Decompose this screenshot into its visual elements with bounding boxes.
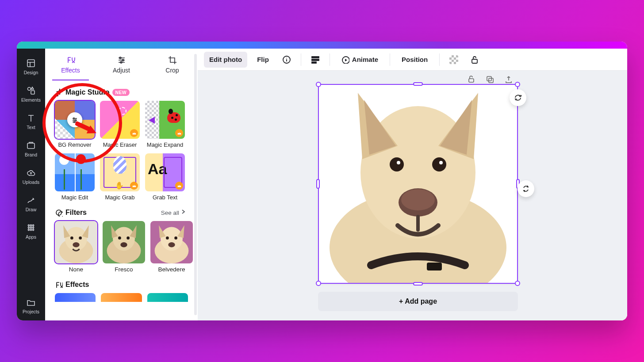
panel-scrollbar[interactable] [194,54,197,315]
position-button[interactable]: Position [396,52,433,68]
effect-preview[interactable] [101,293,142,302]
rail-text[interactable]: Text [17,109,45,136]
rail-brand[interactable]: Brand [17,136,45,164]
svg-point-12 [32,229,34,230]
filters-icon [55,209,63,217]
tab-effects[interactable]: Effects [45,49,96,80]
resize-handle[interactable] [515,82,520,87]
magic-tools-grid: BG Remover Magic Eraser [55,101,188,201]
panel-body: Magic Studio NEW BG [45,80,198,320]
regenerate-button[interactable] [510,89,526,106]
button-label: Animate [352,56,378,63]
hand-icon: ✋ [115,181,124,190]
sync-icon [521,184,530,193]
rail-elements[interactable]: Elements [17,81,45,109]
pencil-icon [26,195,36,205]
page-duplicate-button[interactable] [484,73,495,85]
canvas-stage[interactable]: + Add page [198,71,627,320]
crown-icon [130,182,138,190]
tool-magic-expand[interactable]: Magic Expand [145,101,185,148]
lock-open-icon [467,75,475,83]
info-button[interactable] [279,52,295,68]
tool-label: Magic Grab [100,194,140,201]
magic-grab-thumb: ✋ [100,153,140,191]
svg-point-27 [70,236,73,240]
add-page-button[interactable]: + Add page [318,292,518,311]
magic-eraser-thumb [100,101,140,139]
page-share-button[interactable] [502,73,514,85]
rail-draw[interactable]: Draw [17,191,45,218]
filter-fresco[interactable]: Fresco [103,221,145,273]
effect-preview[interactable] [55,293,96,302]
app-body: Design Elements Text Brand Uploads Draw [17,49,627,320]
rail-uploads[interactable]: Uploads [17,164,45,191]
lock-button[interactable] [466,52,482,68]
tool-magic-eraser[interactable]: Magic Eraser [100,101,140,148]
page-lock-button[interactable] [465,73,477,85]
section-effects: Effects [55,281,188,289]
rail-label: Draw [26,207,37,212]
tool-magic-edit[interactable]: Magic Edit [55,153,95,201]
left-rail: Design Elements Text Brand Uploads Draw [17,49,45,320]
tool-magic-grab[interactable]: ✋ Magic Grab [100,153,140,201]
resize-handle[interactable] [316,82,321,87]
sparkle-refresh-icon [514,93,522,102]
rail-design[interactable]: Design [17,54,45,81]
magic-edit-thumb [55,153,95,191]
canvas-area: Edit photo Flip Animate Position [198,49,627,320]
tab-label: Adjust [113,67,130,74]
effect-preview[interactable] [147,293,188,302]
canvas-page[interactable] [318,84,518,284]
svg-point-1 [28,88,31,91]
text-icon [26,113,36,123]
svg-rect-52 [487,76,491,81]
rail-label: Elements [21,97,41,103]
tab-adjust[interactable]: Adjust [96,49,147,80]
section-title: Effects [65,281,89,289]
tab-label: Crop [165,67,179,74]
app-window: Design Elements Text Brand Uploads Draw [17,42,627,320]
tool-grab-text[interactable]: Aa Grab Text [145,153,185,201]
sparkle-icon [55,88,63,96]
filter-thumb [103,221,145,263]
rail-apps[interactable]: Apps [17,218,45,246]
filter-belvedere[interactable]: Belvedere [150,221,193,273]
svg-point-35 [118,236,121,240]
tool-bg-remover[interactable]: BG Remover [55,101,95,148]
svg-point-42 [168,242,175,248]
fx-icon [66,55,76,65]
separator [301,53,301,66]
crop-icon [168,55,177,65]
see-all-link[interactable]: See all [161,209,188,217]
layout-icon [26,58,36,68]
ladybug-icon [167,112,180,123]
svg-rect-3 [27,143,34,149]
chevron-right-icon [180,209,188,217]
svg-point-26 [73,242,79,248]
separator [439,53,440,66]
svg-point-9 [32,227,34,228]
resize-handle[interactable] [316,179,320,189]
transparency-button[interactable] [446,52,462,68]
duplicate-icon [486,75,494,83]
resize-handle[interactable] [413,82,423,86]
edit-photo-button[interactable]: Edit photo [204,52,247,68]
side-panel: Effects Adjust Crop Magic Studio NEW [45,49,198,320]
bg-remover-thumb [55,101,95,139]
folder-icon [26,297,36,307]
shapes-icon [26,86,36,95]
section-title: Magic Studio [65,88,110,96]
svg-point-5 [30,225,31,226]
sync-button[interactable] [518,180,534,197]
resize-handle[interactable] [413,282,423,286]
animate-button[interactable]: Animate [336,52,383,68]
lock-open-icon [470,55,479,64]
expand-arrow-icon [149,117,155,124]
resize-handle[interactable] [316,281,321,286]
tab-crop[interactable]: Crop [147,49,198,80]
filter-none[interactable]: None [55,221,97,273]
flip-button[interactable]: Flip [252,52,274,68]
align-button[interactable] [307,52,323,68]
rail-projects[interactable]: Projects [17,293,45,320]
resize-handle[interactable] [515,281,520,286]
